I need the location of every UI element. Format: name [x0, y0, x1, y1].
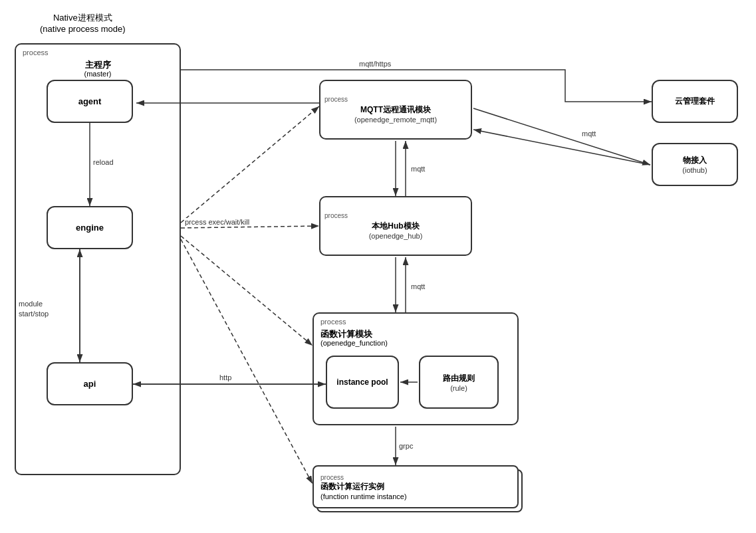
agent-title: agent: [78, 96, 102, 106]
runtime-label: process: [320, 474, 344, 481]
label-prcess-exec: prcess exec/wait/kill: [185, 218, 249, 226]
iothub-box: 物接入 (iothub): [652, 143, 738, 186]
cloud-box: 云管理套件: [652, 80, 738, 123]
api-title: api: [84, 379, 96, 389]
iothub-subtitle: (iothub): [682, 166, 707, 174]
hub-title: 本地Hub模块: [372, 221, 419, 232]
svg-line-6: [181, 226, 319, 228]
diagram-container: Native进程模式 (native process mode) process…: [0, 0, 756, 533]
label-mqtt-function-mqtt: mqtt: [411, 282, 425, 290]
instance-pool-title: instance pool: [336, 377, 388, 387]
master-subtitle: (master): [84, 70, 112, 78]
hub-subtitle: (openedge_hub): [369, 232, 423, 240]
hub-label: process: [324, 212, 348, 219]
cloud-title: 云管理套件: [675, 96, 715, 107]
runtime-subtitle: (function runtime instance): [320, 492, 407, 500]
svg-line-7: [181, 236, 313, 346]
mqtt-title: MQTT远程通讯模块: [360, 104, 431, 116]
rule-title: 路由规则: [443, 373, 475, 384]
svg-line-8: [181, 239, 313, 484]
title-line1: Native进程模式: [40, 12, 126, 24]
title-line2: (native process mode): [40, 24, 126, 34]
iothub-title: 物接入: [683, 155, 707, 166]
master-label: process: [23, 49, 49, 56]
engine-title: engine: [76, 223, 104, 233]
engine-box: engine: [47, 206, 133, 249]
agent-box: agent: [47, 80, 133, 123]
api-box: api: [47, 362, 133, 405]
label-module-start-stop: module start/stop: [19, 299, 49, 320]
mqtt-subtitle: (openedge_remote_mqtt): [354, 116, 437, 124]
label-grpc: grpc: [399, 442, 413, 450]
hub-box: process 本地Hub模块 (openedge_hub): [319, 196, 472, 256]
runtime-stacked: process 函数计算运行实例 (function runtime insta…: [313, 465, 519, 515]
mqtt-box: process MQTT远程通讯模块 (openedge_remote_mqtt…: [319, 80, 472, 140]
runtime-title: 函数计算运行实例: [320, 481, 384, 492]
label-http: http: [219, 373, 231, 381]
instance-pool-box: instance pool: [326, 356, 399, 409]
function-process-label: process: [320, 318, 346, 326]
label-mqtt-iothub: mqtt: [582, 130, 596, 138]
label-mqtt-hub-mqtt: mqtt: [411, 165, 425, 173]
svg-line-5: [181, 106, 319, 223]
rule-box: 路由规则 (rule): [419, 356, 499, 409]
rule-subtitle: (rule): [450, 384, 467, 392]
svg-line-4: [473, 130, 650, 165]
svg-line-3: [473, 108, 650, 165]
label-reload: reload: [93, 158, 114, 166]
mqtt-label: process: [324, 96, 348, 103]
label-mqtt-https: mqtt/https: [359, 60, 391, 68]
function-subtitle: (openedge_function): [320, 339, 388, 347]
diagram-title: Native进程模式 (native process mode): [40, 12, 126, 34]
